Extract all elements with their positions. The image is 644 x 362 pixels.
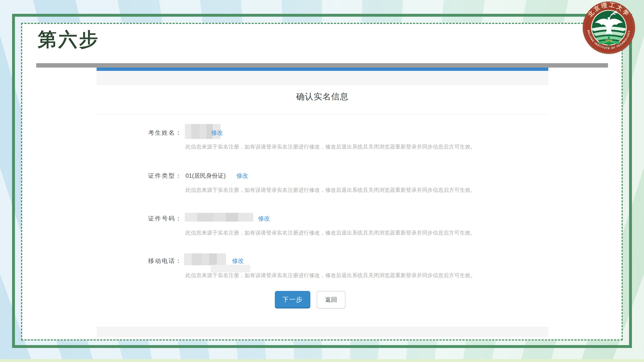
- modify-link-idtype[interactable]: 修改: [236, 172, 248, 180]
- redacted-idnumber-value: [185, 213, 253, 222]
- back-button[interactable]: 返回: [317, 291, 346, 309]
- gray-header-bar: [36, 63, 608, 67]
- field-label-idtype: 证件类型：: [96, 172, 182, 180]
- form-row-name: 考生姓名： 修改: [96, 129, 548, 138]
- form-row-idnumber: 证件号码： 修改: [96, 215, 548, 224]
- form-row-idtype: 证件类型： 01(居民身份证) 修改: [96, 172, 548, 181]
- form-row-mobile: 移动电话： 修改: [96, 257, 548, 267]
- field-note-idnumber: 此信息来源于实名注册，如有误请登录实名注册进行修改，修改后退出系统且关闭浏览器重…: [186, 229, 476, 236]
- university-logo: 1940 北京理工大学 BEIJING INSTITUTE OF TECHNOL…: [582, 1, 636, 55]
- field-label-idnumber: 证件号码：: [96, 215, 182, 222]
- seal-year: 1940: [605, 39, 612, 42]
- field-note-name: 此信息来源于实名注册，如有误请登录实名注册进行修改，修改后退出系统且关闭浏览器重…: [186, 143, 476, 150]
- field-label-name: 考生姓名：: [96, 129, 182, 137]
- field-label-mobile: 移动电话：: [96, 257, 182, 265]
- field-note-mobile: 此信息来源于实名注册，如有误请登录实名注册进行修改，修改后退出系统且关闭浏览器重…: [186, 272, 476, 279]
- form-title: 确认实名信息: [96, 91, 548, 102]
- redacted-mobile-value: [184, 253, 226, 265]
- panel-footer-strip: [96, 327, 548, 337]
- blue-accent-bar: [96, 67, 548, 71]
- button-row: 下一步 返回: [96, 291, 548, 309]
- university-seal-icon: 1940 北京理工大学 BEIJING INSTITUTE OF TECHNOL…: [582, 1, 636, 55]
- confirm-info-panel: 确认实名信息 考生姓名： 修改 此信息来源于实名注册，如有误请登录实名注册进行修…: [96, 71, 548, 337]
- panel-header-strip: [96, 71, 548, 85]
- title-divider: [96, 114, 548, 114]
- field-note-idtype: 此信息来源于实名注册，如有误请登录实名注册进行修改，修改后退出系统且关闭浏览器重…: [186, 186, 476, 194]
- bottom-green-strip: [0, 359, 644, 362]
- modify-link-idnumber[interactable]: 修改: [258, 215, 270, 222]
- field-value-idtype: 01(居民身份证): [186, 172, 226, 180]
- next-button[interactable]: 下一步: [275, 291, 310, 309]
- step-title: 第六步: [38, 27, 100, 52]
- redacted-mobile-ghost: [211, 265, 250, 272]
- modify-link-name[interactable]: 修改: [211, 129, 223, 137]
- modify-link-mobile[interactable]: 修改: [232, 257, 244, 265]
